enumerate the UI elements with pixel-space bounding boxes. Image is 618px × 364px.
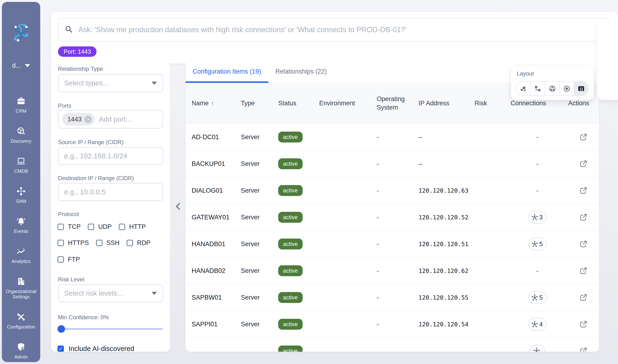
open-details-button[interactable]	[579, 320, 588, 328]
open-details-button[interactable]	[579, 133, 588, 141]
radial-layout-button[interactable]	[559, 82, 574, 95]
protocol-checkbox-ssh[interactable]: SSH	[96, 239, 120, 247]
ci-status: active	[278, 239, 319, 249]
sidebar-item-events[interactable]: Events	[3, 216, 39, 234]
open-external-icon	[579, 240, 588, 248]
remove-port-icon[interactable]: ×	[84, 116, 92, 123]
search-card: Ask: 'Show me production databases with …	[51, 12, 618, 64]
protocol-checkbox-tcp[interactable]: TCP	[57, 223, 81, 231]
protocol-checkbox-ftp[interactable]: FTP	[57, 256, 80, 263]
connections-count: 5	[539, 240, 542, 248]
circular-layout-button[interactable]	[545, 82, 559, 95]
table-row[interactable]: BACKUP01Serveractive-–-	[185, 150, 599, 177]
network-hub-icon	[533, 347, 540, 352]
layout-panel-title: Layout	[517, 70, 534, 77]
source-ip-input[interactable]: e.g., 192.168.1.0/24	[58, 147, 163, 165]
open-details-button[interactable]	[579, 186, 588, 195]
sidebar-item-cmdb[interactable]: CMDB	[3, 156, 39, 174]
column-header-environment[interactable]: Environment	[319, 99, 377, 107]
sidebar-item-analytics[interactable]: Analytics	[3, 246, 39, 264]
workspace-label: d...	[12, 62, 21, 69]
relationship-type-select[interactable]: Select types...	[58, 74, 163, 92]
sidebar-item-configuration[interactable]: Configuration	[3, 312, 39, 330]
active-filter-chip[interactable]: Port: 1443	[58, 46, 97, 57]
column-header-name[interactable]: Name↑	[192, 99, 241, 107]
ci-status: active	[278, 319, 319, 330]
sidebar-item-crm[interactable]: CRM	[3, 96, 39, 114]
ci-ip-address: –	[419, 160, 475, 167]
layout-panel: Layout	[511, 66, 593, 100]
open-external-icon	[579, 320, 588, 328]
open-details-button[interactable]	[579, 347, 588, 352]
table-row[interactable]: SAPBW01Serveractive-120.120.120.555	[185, 284, 599, 311]
ci-status: active	[278, 265, 319, 276]
table-row[interactable]: HANADB01Serveractive-120.120.120.515	[185, 231, 599, 257]
force-layout-button[interactable]	[516, 82, 530, 95]
search-placeholder: Ask: 'Show me production databases with …	[78, 26, 406, 34]
column-header-connections[interactable]: Connections	[511, 99, 564, 107]
radial-layout-icon	[563, 85, 570, 92]
risk-level-select[interactable]: Select risk levels...	[58, 284, 163, 302]
sidebar-item-organizational-settings[interactable]: Organizational Settings	[3, 276, 39, 300]
open-details-button[interactable]	[579, 293, 588, 302]
open-details-button[interactable]	[579, 266, 588, 275]
column-header-actions[interactable]: Actions	[568, 99, 592, 107]
workspace-selector[interactable]: d...	[2, 62, 40, 69]
ci-ip-address: –	[419, 134, 475, 141]
ci-operating-system: -	[377, 214, 419, 221]
column-header-risk[interactable]: Risk	[475, 99, 511, 107]
table-layout-button[interactable]	[574, 82, 588, 95]
open-external-icon	[579, 186, 588, 195]
min-confidence-slider[interactable]	[58, 325, 163, 333]
connections-badge[interactable]: 3	[528, 211, 546, 224]
table-row[interactable]: AD-DC01Serveractive-–-	[185, 124, 599, 150]
tab-relationships[interactable]: Relationships (22)	[268, 60, 334, 83]
protocol-checkbox-udp[interactable]: UDP	[88, 223, 112, 231]
connections-badge[interactable]	[530, 345, 545, 352]
sidebar-item-admin[interactable]: Admin	[3, 342, 39, 360]
trend-sparkle-icon	[16, 246, 26, 256]
tab-configuration-items[interactable]: Configuration Items (19)	[185, 60, 268, 83]
column-header-type[interactable]: Type	[241, 99, 278, 107]
ci-status: active	[278, 185, 319, 196]
ci-type: Server	[241, 160, 278, 168]
table-row[interactable]: HANADB02Serveractive-120.120.120.62-	[185, 257, 599, 284]
include-ai-checkbox[interactable]: ✓ Include AI-discovered	[57, 345, 134, 352]
ci-type: Server	[241, 321, 278, 328]
sidebar-item-label: Analytics	[12, 259, 30, 264]
ci-name: SAPPI01	[192, 321, 241, 328]
collapse-filters-button[interactable]	[173, 201, 183, 212]
hierarchy-layout-button[interactable]	[530, 82, 545, 95]
table-row[interactable]: DIALOG01Serveractive-120.120.120.63-	[185, 177, 599, 204]
open-details-button[interactable]	[579, 240, 588, 248]
table-row[interactable]: SAPPI01Serveractive-120.120.120.544	[185, 311, 599, 338]
open-details-button[interactable]	[579, 213, 588, 221]
sidebar-item-sam[interactable]: SAM	[3, 186, 39, 204]
connections-badge[interactable]: 5	[528, 238, 546, 250]
protocol-checkbox-rdp[interactable]: RDP	[127, 239, 151, 247]
open-external-icon	[579, 266, 588, 275]
open-details-button[interactable]	[579, 159, 588, 168]
sidebar-item-label: Discovery	[11, 138, 31, 144]
sidebar-item-discovery[interactable]: Discovery	[3, 126, 39, 144]
ports-label: Ports	[58, 103, 71, 109]
app-logo-icon[interactable]	[9, 21, 33, 45]
protocol-checkbox-https[interactable]: HTTPS	[57, 239, 89, 247]
status-badge: active	[278, 292, 303, 303]
ports-input[interactable]: 1443 × Add port...	[58, 110, 163, 129]
risk-level-label: Risk Level	[58, 276, 84, 283]
connections-badge[interactable]: 5	[528, 291, 546, 304]
slider-thumb[interactable]	[57, 325, 65, 333]
source-ip-placeholder: e.g., 192.168.1.0/24	[64, 152, 127, 160]
app-screen: d... CRM Discovery CMDB	[0, 0, 618, 364]
table-row[interactable]: GATEWAY01Serveractive-120.120.120.523	[185, 204, 599, 231]
protocol-label: Protocol	[58, 211, 79, 218]
protocol-checkbox-http[interactable]: HTTP	[119, 223, 146, 231]
table-row[interactable]: active	[185, 338, 599, 352]
destination-ip-input[interactable]: e.g., 10.0.0.5	[58, 183, 163, 201]
connections-badge[interactable]: 4	[528, 318, 546, 331]
column-header-ip-address[interactable]: IP Address	[419, 99, 475, 107]
nl-search-input[interactable]: Ask: 'Show me production databases with …	[58, 18, 608, 42]
column-header-operating-system[interactable]: Operating System	[377, 95, 419, 112]
column-header-status[interactable]: Status	[278, 99, 319, 107]
